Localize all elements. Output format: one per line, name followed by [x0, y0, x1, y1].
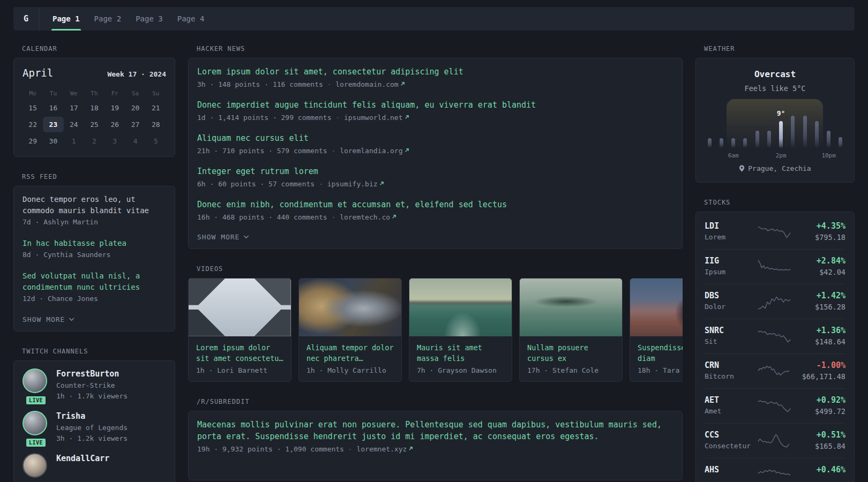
weather-temp-bar[interactable] [839, 137, 842, 148]
page-tab[interactable]: Page 1 [51, 7, 81, 31]
video-thumbnail[interactable] [299, 278, 401, 336]
video-card[interactable]: Suspendisse diam 18h · Tara [630, 278, 683, 382]
weather-temp-bar[interactable] [743, 138, 747, 148]
hackernews-item: Donec imperdiet augue tincidunt felis al… [197, 99, 674, 123]
stock-row[interactable]: SNRC Sit +1.36% $148.64 [705, 319, 845, 353]
rss-item-title[interactable]: Sed volutpat nulla nisl, a condimentum n… [23, 270, 166, 293]
calendar-day[interactable]: 15 [23, 100, 43, 116]
calendar-day[interactable]: 29 [23, 133, 43, 149]
video-title[interactable]: Suspendisse diam [638, 342, 683, 364]
calendar-day[interactable]: 26 [104, 117, 125, 132]
rss-item-title[interactable]: Donec tempor eros leo, ut commodo mauris… [23, 194, 166, 216]
calendar-day[interactable]: 27 [125, 117, 145, 132]
weather-temp-bar[interactable] [779, 121, 783, 148]
video-card[interactable]: Lorem ipsum dolor sit amet consectetu… 1… [188, 278, 291, 382]
weather-temp-bar[interactable] [791, 116, 795, 148]
calendar-day[interactable]: 1 [64, 133, 84, 149]
weather-temp-bar[interactable] [755, 131, 759, 148]
calendar-day[interactable]: 2 [84, 133, 104, 149]
weather-temp-bar[interactable] [803, 116, 807, 148]
twitch-channel-name[interactable]: Trisha [56, 411, 128, 422]
twitch-channel-name[interactable]: KendallCarr [56, 453, 109, 464]
calendar-day[interactable]: 25 [84, 117, 104, 132]
page-tab[interactable]: Page 2 [93, 7, 123, 31]
video-thumbnail[interactable] [409, 278, 512, 336]
video-card[interactable]: Mauris sit amet massa felis 7h · Grayson… [409, 278, 512, 382]
stock-row[interactable]: CRN Bitcorn -1.00% $66,171.48 [705, 353, 845, 388]
hackernews-item-domain[interactable]: ipsumworld.net [344, 114, 403, 122]
stock-quote: +0.46% [795, 464, 845, 482]
hackernews-item-title[interactable]: Lorem ipsum dolor sit amet, consectetur … [197, 66, 674, 78]
hackernews-item-title[interactable]: Aliquam nec cursus elit [197, 132, 674, 144]
video-thumbnail[interactable] [630, 278, 683, 336]
hackernews-item-domain[interactable]: loremdomain.com [335, 80, 398, 88]
weather-temp-bar[interactable] [720, 138, 723, 148]
channel-avatar[interactable] [23, 453, 47, 478]
hackernews-item: Lorem ipsum dolor sit amet, consectetur … [197, 66, 674, 90]
subreddit-post-stats: 19h · 9,932 points · 1,090 comments [197, 445, 344, 453]
weather-card: Overcast Feels like 5°C [695, 58, 855, 183]
page-tab[interactable]: Page 3 [134, 7, 164, 31]
hackernews-item: Aliquam nec cursus elit 21h · 710 points… [197, 132, 674, 156]
stock-row[interactable]: CCS Consectetur +0.51% $165.84 [705, 423, 845, 458]
stock-row[interactable]: AET Amet +0.92% $499.72 [705, 388, 845, 423]
stock-sparkline [757, 397, 791, 415]
hackernews-item-stats: 6h · 60 points · 57 comments [197, 180, 315, 188]
hackernews-item-domain[interactable]: ipsumify.biz [327, 180, 378, 188]
weather-temp-bar[interactable] [827, 131, 830, 148]
calendar-day[interactable]: 19 [104, 100, 125, 116]
rss-item-title[interactable]: In hac habitasse platea [23, 238, 166, 249]
weather-temp-bar[interactable] [731, 138, 735, 148]
calendar-day[interactable]: 30 [43, 133, 63, 149]
calendar-day[interactable]: 28 [146, 117, 166, 132]
stock-row[interactable]: IIG Ipsum +2.84% $42.04 [705, 249, 845, 284]
page-tab-label: Page 3 [136, 14, 163, 23]
video-title[interactable]: Nullam posuere cursus ex [527, 342, 615, 364]
stock-identity: IIG Ipsum [705, 255, 754, 277]
stock-row[interactable]: LDI Lorem +4.35% $795.18 [705, 215, 845, 249]
hackernews-item-title[interactable]: Donec enim nibh, condimentum et accumsan… [197, 199, 674, 210]
hackernews-show-more-button[interactable]: SHOW MORE [197, 233, 249, 241]
calendar-day[interactable]: 20 [125, 100, 145, 116]
calendar-day[interactable]: 16 [43, 100, 63, 116]
hackernews-item-domain[interactable]: loremlandia.org [340, 147, 402, 155]
rss-show-more-button[interactable]: SHOW MORE [23, 315, 74, 323]
video-title[interactable]: Aliquam tempor dolor nec pharetra… [306, 342, 394, 364]
calendar-day[interactable]: 22 [23, 117, 43, 132]
calendar-day[interactable]: 17 [64, 100, 84, 116]
video-title[interactable]: Lorem ipsum dolor sit amet consectetu… [196, 342, 283, 364]
calendar-day[interactable]: 5 [146, 133, 166, 149]
hackernews-item-title[interactable]: Integer eget rutrum lorem [197, 165, 674, 177]
subreddit-post-title[interactable]: Maecenas mollis pulvinar erat non posuer… [197, 419, 674, 442]
hackernews-item-title[interactable]: Donec imperdiet augue tincidunt felis al… [197, 99, 674, 111]
calendar-day[interactable]: 3 [104, 133, 125, 149]
stock-row[interactable]: DBS Dolor +1.42% $156.28 [705, 284, 845, 319]
video-card[interactable]: Nullam posuere cursus ex 17h · Stefan Co… [519, 278, 623, 382]
calendar-day[interactable]: 18 [84, 100, 104, 116]
weather-temp-bar[interactable] [767, 131, 771, 148]
calendar-month: April [23, 67, 53, 79]
channel-avatar[interactable] [23, 411, 47, 435]
calendar-day[interactable]: 24 [64, 117, 84, 132]
stock-row[interactable]: AHS +0.46% [705, 458, 845, 482]
stock-sparkline [757, 223, 791, 241]
subreddit-post-domain[interactable]: loremnet.xyz [356, 445, 407, 453]
calendar-day[interactable]: 23 [43, 117, 63, 132]
twitch-channel-name[interactable]: ForrestBurton [56, 368, 128, 380]
video-thumbnail[interactable] [189, 278, 291, 336]
app-logo[interactable]: G [13, 7, 39, 31]
stock-ticker: IIG [705, 255, 754, 267]
video-card[interactable]: Aliquam tempor dolor nec pharetra… 1h · … [298, 278, 402, 382]
hackernews-item-domain[interactable]: loremtech.co [340, 213, 390, 221]
weather-temp-bar[interactable] [708, 138, 712, 148]
calendar-day[interactable]: 21 [146, 100, 166, 116]
channel-avatar[interactable] [23, 368, 47, 393]
twitch-channel-viewers: 3h · 1.2k viewers [56, 433, 128, 444]
video-title[interactable]: Mauris sit amet massa felis [417, 342, 504, 364]
calendar-day[interactable]: 4 [125, 133, 145, 149]
video-thumbnail[interactable] [520, 278, 622, 336]
page-tab[interactable]: Page 4 [176, 7, 206, 31]
weather-widget: WEATHER Overcast Feels like 5°C [695, 45, 855, 183]
weather-temp-bar[interactable] [815, 121, 819, 148]
stocks-section-label: STOCKS [704, 199, 855, 206]
